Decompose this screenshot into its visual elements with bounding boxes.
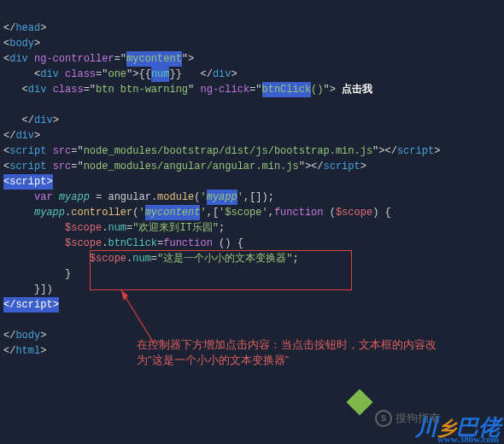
code-line: <script src="node_modules/angular/angula… <box>3 161 366 172</box>
code-line: } <box>3 268 71 280</box>
code-line: }]) <box>3 283 53 295</box>
sogou-s-icon: S <box>375 410 392 427</box>
code-line <box>3 99 9 111</box>
code-line: <body> <box>3 38 40 50</box>
code-line: myapp.controller('mycontent',['$scope',f… <box>3 207 391 219</box>
code-line: $scope.num="欢迎来到IT乐园"; <box>3 222 225 234</box>
code-line: <div class="btn btn-warning" ng-click="b… <box>3 84 372 96</box>
code-editor: </head> <body> <div ng-controller="mycon… <box>0 0 504 364</box>
code-line: <script src="node_modules/bootstrap/dist… <box>3 145 440 157</box>
watermark-diamond-icon <box>346 388 372 415</box>
watermark-brand: 川乡巴佬 www.386w.com <box>415 412 501 442</box>
code-line: </script> <box>3 299 59 311</box>
code-line: <div class="one">{{num}} </div> <box>3 68 237 80</box>
code-line: <div ng-controller="mycontent"> <box>3 53 194 65</box>
code-line <box>3 314 9 326</box>
code-line: $scope.btnClick=function () { <box>3 237 243 249</box>
code-line: </body> <box>3 330 46 342</box>
code-line: </div> <box>3 130 40 142</box>
code-line: </div> <box>3 114 59 126</box>
annotation-text: 在控制器下方增加点击内容：当点击按钮时，文本框的内容改为"这是一个小小的文本变换… <box>137 337 461 368</box>
code-line: <script> <box>3 176 53 188</box>
code-line: var myapp = angular.module('myapp',[]); <box>3 191 274 203</box>
code-line: </head> <box>3 22 46 34</box>
code-line: $scope.num="这是一个小小的文本变换器"; <box>3 253 299 265</box>
code-line: </html> <box>3 345 46 357</box>
